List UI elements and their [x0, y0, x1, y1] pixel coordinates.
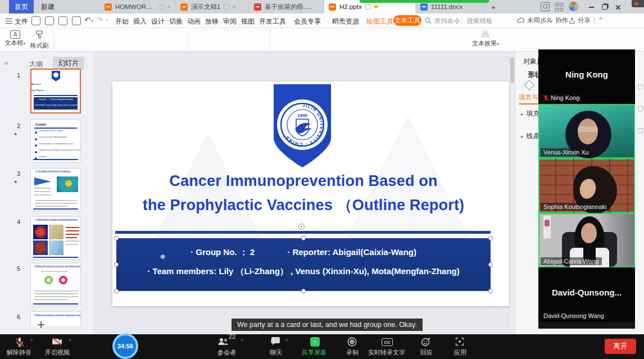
participants-caret[interactable]: ^: [241, 338, 243, 344]
selection-handle[interactable]: [301, 289, 306, 293]
add-slide-button[interactable]: +: [37, 317, 45, 333]
selection-handle[interactable]: [488, 289, 493, 293]
tab-outline[interactable]: 大纲: [29, 60, 43, 69]
hamburger-icon[interactable]: [6, 19, 12, 24]
format-painter-button[interactable]: 格式刷: [28, 30, 51, 50]
doc-tab-homwork[interactable]: HOMWORK.pptx: [100, 0, 175, 13]
panel-collapse-icon[interactable]: «: [4, 58, 8, 67]
print-icon[interactable]: [58, 16, 67, 25]
selection-handle[interactable]: [301, 236, 306, 240]
ribbon-toolbar: A 文本框▾ 格式刷 宋体 (正文)▾ 18▾ A⁺ A⁻ B I U S A …: [0, 28, 644, 52]
selection-handle[interactable]: [114, 236, 119, 240]
menu-docer[interactable]: 稻壳资源: [332, 17, 359, 26]
save-icon[interactable]: [31, 16, 40, 25]
tab-new[interactable]: 新建: [34, 0, 62, 13]
app-window: 首页 新建 HOMWORK.pptx 演示文稿1 基于疫苗的癌...1).pdf…: [0, 0, 644, 359]
jilin-university-badge[interactable]: JILIN UNIVERSITY · CHINA 1946: [267, 84, 338, 169]
redo-icon[interactable]: ↷: [97, 16, 103, 24]
video-tile-ning-kong[interactable]: Ning Kong Ning Kong: [538, 49, 635, 104]
chat-caret[interactable]: ^: [285, 338, 288, 344]
side-tool-icon[interactable]: [638, 84, 643, 89]
comment-bubble-icon[interactable]: [224, 4, 229, 10]
doc-tab-pdf[interactable]: 基于疫苗的癌...1).pdf: [250, 0, 324, 13]
video-tile-abigail[interactable]: Abigail-Caixia Wang: [538, 213, 635, 267]
leave-meeting-button[interactable]: 离开: [605, 339, 636, 354]
slide-thumb-5[interactable]: 3. Research progress of cancer preventiv…: [30, 263, 81, 306]
menu-drawing-tool[interactable]: 绘图工具: [366, 17, 393, 26]
toolbar-collapse-icon[interactable]: ⌄: [105, 16, 109, 21]
svg-text:1946: 1946: [297, 113, 307, 118]
meeting-timer[interactable]: 34:56: [112, 333, 138, 359]
workspace-grid-icon[interactable]: [555, 2, 564, 11]
info-band-textbox[interactable]: · Group No. ： 2 · Reporter: Abigail(Caix…: [116, 238, 491, 291]
slide-canvas[interactable]: JILIN UNIVERSITY · CHINA 1946 Cancer Imm…: [94, 52, 515, 334]
video-tile-sophia[interactable]: Sophia Koutsogiannaki: [538, 158, 635, 213]
doc-tab-yanshi[interactable]: 演示文稿1: [176, 0, 249, 13]
comment-bubble-icon[interactable]: [365, 4, 371, 10]
text-effect-button[interactable]: A 文本效果▾: [470, 29, 501, 48]
participant-video: [581, 223, 597, 243]
side-tool-icon[interactable]: [638, 106, 643, 111]
search-input[interactable]: [434, 17, 513, 24]
camera-options-caret[interactable]: ^: [69, 338, 71, 344]
new-tab-button[interactable]: +: [488, 1, 499, 12]
tab-home[interactable]: 首页: [9, 0, 34, 13]
selection-handle[interactable]: [114, 289, 119, 293]
menu-review[interactable]: 审阅: [223, 17, 237, 26]
read-mode-icon[interactable]: [541, 2, 550, 11]
tab-slides-active[interactable]: 幻灯片: [53, 57, 84, 70]
selection-handle[interactable]: [488, 236, 493, 240]
collab-button[interactable]: 协作: [546, 16, 568, 25]
mic-options-caret[interactable]: ^: [30, 338, 33, 344]
undo-dropdown-icon[interactable]: ▾: [91, 19, 93, 24]
selection-handle[interactable]: [488, 262, 493, 267]
slide-thumb-2[interactable]: Content The Dilemma of Cancer Treatment …: [30, 119, 81, 162]
tab-status-dot: [233, 6, 235, 8]
slide-thumb-4[interactable]: 2. Rationality of cancer immunoprophylax…: [30, 216, 81, 260]
participant-video: [545, 220, 550, 226]
undo-icon[interactable]: ↶: [84, 16, 90, 24]
collapse-ribbon-icon[interactable]: ^: [599, 16, 602, 23]
menu-insert[interactable]: 插入: [133, 17, 147, 26]
scrollbar-thumb[interactable]: [510, 57, 514, 83]
share-button[interactable]: 分享: [569, 16, 591, 25]
textbox-icon: A: [10, 30, 20, 39]
menu-text-tool-active[interactable]: 文本工具: [393, 15, 421, 26]
menu-file[interactable]: 文件: [15, 17, 28, 26]
rotate-handle[interactable]: [298, 224, 305, 230]
command-search[interactable]: [425, 16, 515, 26]
menu-animation[interactable]: 动画: [187, 17, 201, 26]
stop-share-fragment[interactable]: [632, 0, 644, 7]
selection-handle[interactable]: [114, 262, 119, 267]
divider-line[interactable]: [115, 231, 491, 234]
minimize-button[interactable]: [587, 2, 596, 11]
text-box-button[interactable]: A 文本框▾: [4, 30, 26, 47]
menu-start[interactable]: 开始: [115, 17, 129, 26]
menu-devtools[interactable]: 开发工具: [259, 17, 286, 26]
slide-thumb-1-selected[interactable]: Cancer Immunoprevention Based on the Pro…: [30, 69, 81, 113]
line-section-toggle[interactable]: ▸线条: [521, 131, 540, 141]
menu-transition[interactable]: 切换: [169, 17, 183, 26]
fill-section-toggle[interactable]: ▸填充: [521, 109, 540, 119]
menu-view[interactable]: 视图: [241, 17, 255, 26]
video-tile-david[interactable]: David-Qunsong... David-Qunsong Wang: [538, 267, 635, 322]
restore-button[interactable]: [600, 2, 609, 11]
canvas-scrollbar[interactable]: [510, 54, 514, 329]
print-preview-icon[interactable]: [72, 16, 81, 25]
user-avatar[interactable]: [569, 2, 578, 11]
slide-title[interactable]: Cancer Immunoprevention Based on the Pro…: [118, 169, 489, 217]
shape-format-icon: [524, 80, 534, 90]
menu-member[interactable]: 会员专享: [294, 17, 321, 26]
export-icon[interactable]: [45, 16, 54, 25]
slide-editing-area[interactable]: JILIN UNIVERSITY · CHINA 1946 Cancer Imm…: [112, 81, 509, 306]
more-menu-icon[interactable]: ⋮: [591, 16, 598, 24]
sync-status[interactable]: 未同步: [517, 16, 547, 25]
menu-design[interactable]: 设计: [151, 17, 165, 26]
side-tool-icon[interactable]: [638, 128, 643, 133]
comment-bubble-icon[interactable]: [160, 4, 165, 10]
slide-thumb-3[interactable]: 1. The Dilemma of Cancer Treatment: [30, 168, 81, 211]
collab-person-icon: [546, 17, 553, 24]
video-tile-venus[interactable]: Venus-Xinxin Xu: [538, 104, 635, 158]
menu-slideshow[interactable]: 放映: [205, 17, 219, 26]
close-button[interactable]: [614, 2, 623, 11]
